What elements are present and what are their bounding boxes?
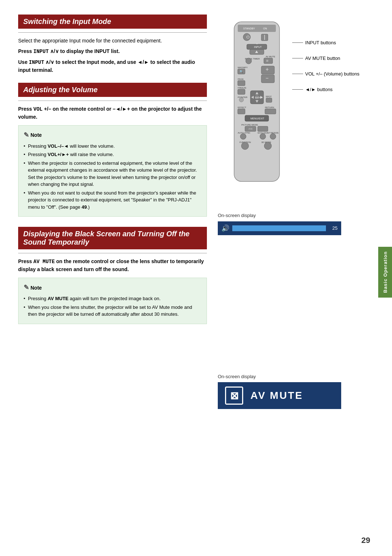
section3-notes-list: Pressing AV MUTE again will turn the pro…	[24, 295, 201, 318]
svg-text:⊠: ⊠	[266, 59, 269, 62]
callout-labels: INPUT buttons AV MUTE button VOL +/– (Vo…	[292, 40, 359, 102]
note-icon: ✎	[24, 130, 29, 140]
section2-note-box: ✎ Note Pressing VOL–/–◄ will lower the v…	[18, 125, 207, 217]
svg-text:FREEZE: FREEZE	[238, 87, 246, 89]
volume-number: 25	[329, 225, 338, 231]
vol-onscreen-label: On-screen display	[218, 212, 367, 219]
note-item-6: When you close the lens shutter, the pro…	[24, 304, 201, 318]
svg-rect-50	[258, 126, 268, 131]
avmute-onscreen-area: On-screen display ⊠ AV MUTE	[218, 373, 367, 409]
avmute-display: ⊠ AV MUTE	[218, 382, 341, 409]
svg-text:–: –	[266, 75, 269, 81]
note-item-5: Pressing AV MUTE again will turn the pro…	[24, 295, 201, 302]
section-adjusting-volume: Adjusting the Volume Press VOL +/– on th…	[18, 83, 207, 217]
section2-title: Adjusting the Volume	[18, 83, 207, 97]
svg-rect-40	[266, 98, 272, 102]
svg-text:EFFECT: EFFECT	[238, 106, 246, 109]
callout-input-buttons: INPUT buttons	[292, 40, 359, 45]
volume-onscreen-area: On-screen display 🔊 25	[218, 212, 367, 235]
svg-text:FR: FR	[249, 127, 253, 131]
svg-point-60	[264, 142, 271, 150]
note-icon-2: ✎	[24, 282, 29, 293]
svg-point-52	[240, 134, 246, 139]
remote-control-image: STANDBY ON ⏻ INPUT	[225, 18, 289, 201]
note-item-2: Pressing VOL+/►+ will raise the volume.	[24, 151, 201, 158]
svg-rect-29	[238, 89, 245, 94]
avmute-text: AV MUTE	[250, 390, 303, 401]
section-av-mute: Displaying the Black Screen and Turning …	[18, 227, 207, 324]
note-item-3: When the projector is connected to exter…	[24, 160, 201, 188]
svg-text:MENU/EXIT: MENU/EXIT	[250, 117, 265, 120]
svg-point-54	[260, 134, 266, 139]
svg-text:INPUT: INPUT	[254, 46, 262, 48]
svg-text:PICTURE MODE: PICTURE MODE	[241, 124, 258, 126]
svg-point-16	[246, 58, 252, 64]
section3-title: Displaying the Black Screen and Turning …	[18, 227, 207, 249]
section2-note-header: ✎ Note	[24, 130, 201, 140]
svg-text:ON: ON	[263, 27, 267, 30]
svg-point-38	[239, 98, 244, 102]
svg-rect-42	[238, 109, 245, 114]
svg-text:🔍: 🔍	[240, 70, 243, 73]
volume-bar: 🔊 25	[218, 221, 341, 235]
avmute-x-symbol: ⊠	[230, 390, 238, 402]
section1-instruction1: Press INPUT ∧/∨ to display the INPUT lis…	[18, 48, 207, 56]
note-item-4: When you do not want to output the sound…	[24, 189, 201, 211]
callout-arrow-buttons: ◄/► buttons	[292, 87, 359, 92]
svg-text:SPOT: SPOT	[266, 95, 272, 98]
page-number: 29	[362, 536, 370, 545]
note-item-1: Pressing VOL–/–◄ will lower the volume.	[24, 143, 201, 150]
svg-rect-44	[265, 109, 276, 114]
svg-text:⏻: ⏻	[246, 35, 250, 39]
svg-text:STANDBY: STANDBY	[243, 27, 255, 30]
svg-text:ENTER: ENTER	[255, 97, 263, 99]
volume-bar-fill	[232, 225, 326, 231]
svg-text:+: +	[266, 66, 269, 72]
svg-point-58	[241, 142, 249, 150]
section3-instruction: Press AV MUTE on the remote control or c…	[18, 258, 207, 273]
section1-intro: Select the appropriate Input mode for th…	[18, 37, 207, 45]
callout-av-mute: AV MUTE button	[292, 56, 359, 61]
section1-title: Switching the Input Mode	[18, 15, 207, 29]
volume-icon: 🔊	[221, 224, 229, 232]
svg-text:RETURN: RETURN	[265, 106, 274, 109]
section1-instruction2: Use INPUT ∧/∨ to select the Input mode, …	[18, 58, 207, 74]
svg-text:PAGE: PAGE	[238, 78, 244, 80]
svg-rect-25	[238, 81, 245, 86]
callout-vol-buttons: VOL +/– (Volume) buttons	[292, 71, 359, 77]
section2-instruction: Press VOL +/– on the remote control or –…	[18, 105, 207, 121]
section3-note-box: ✎ Note Pressing AV MUTE again will turn …	[18, 278, 207, 324]
section2-notes-list: Pressing VOL–/–◄ will lower the volume. …	[24, 143, 201, 211]
basic-operation-tab: Basic Operation	[378, 247, 392, 298]
section3-note-header: ✎ Note	[24, 282, 201, 293]
avmute-icon: ⊠	[225, 387, 243, 405]
svg-text:ECO+QUIET: ECO+QUIET	[258, 132, 270, 134]
svg-text:MAGNIFY: MAGNIFY	[238, 66, 248, 69]
avmute-onscreen-label: On-screen display	[218, 373, 367, 380]
remote-diagram-area: STANDBY ON ⏻ INPUT	[218, 18, 367, 201]
svg-text:AV MUTE: AV MUTE	[266, 56, 275, 58]
section-switching-input: Switching the Input Mode Select the appr…	[18, 15, 207, 74]
svg-point-56	[270, 134, 276, 139]
